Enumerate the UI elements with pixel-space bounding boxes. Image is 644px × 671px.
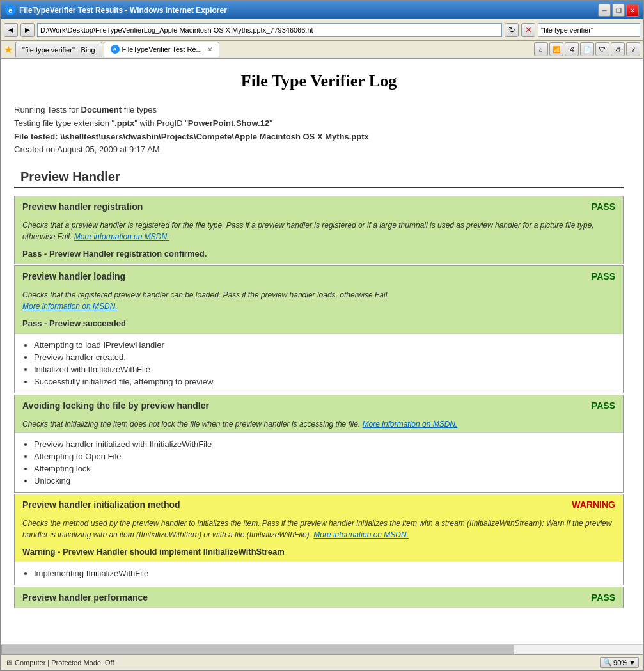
tab-bing[interactable]: "file type verifier" - Bing bbox=[15, 42, 102, 57]
feeds-button[interactable]: 📶 bbox=[549, 42, 563, 56]
content-inner: File Type Verifier Log Running Tests for… bbox=[1, 59, 643, 644]
toolbar-right: ⌂ 📶 🖨 📄 🛡 ⚙ ? bbox=[534, 42, 640, 56]
test2-msdn-link[interactable]: More information on MSDN. bbox=[22, 302, 118, 311]
test-card-2: Preview handler loading PASS Checks that… bbox=[14, 265, 624, 393]
refresh-button[interactable]: ↻ bbox=[505, 23, 519, 37]
ie-logo-icon: e bbox=[5, 5, 15, 15]
meta-line1-bold: Document bbox=[81, 105, 122, 114]
tab-ftv-icon: e bbox=[111, 45, 120, 54]
test1-result-text: Pass - Preview Handler registration conf… bbox=[22, 249, 207, 258]
test-card-3: Avoiding locking the file by preview han… bbox=[14, 395, 624, 493]
toolbar-group-left: "file type verifier" - Bing e FileTypeVe… bbox=[15, 42, 219, 57]
test4-desc: Checks the method used by the preview ha… bbox=[15, 515, 623, 543]
test4-desc-text: Checks the method used by the preview ha… bbox=[22, 519, 611, 539]
status-right: 🔍 90% ▼ bbox=[600, 657, 639, 668]
close-button[interactable]: ✕ bbox=[626, 4, 639, 17]
meta-line1-prefix: Running Tests for bbox=[14, 105, 81, 114]
status-bar: 🖥 Computer | Protected Mode: Off 🔍 90% ▼ bbox=[1, 654, 643, 670]
search-input[interactable] bbox=[541, 26, 637, 34]
window-frame: e FileTypeVerifier Test Results - Window… bbox=[0, 0, 644, 671]
back-button[interactable]: ◀ bbox=[4, 23, 18, 37]
test3-desc-text: Checks that initializing the item does n… bbox=[22, 420, 457, 429]
test4-status: WARNING bbox=[572, 500, 615, 510]
help-button[interactable]: ? bbox=[626, 42, 640, 56]
test2-result-text: Pass - Preview succeeded bbox=[22, 319, 126, 328]
home-button[interactable]: ⌂ bbox=[534, 42, 548, 56]
meta-ext: .pptx bbox=[114, 118, 134, 128]
meta-line3: File tested: \\shelltest\users\dwashin\P… bbox=[14, 130, 624, 144]
test1-result: Pass - Preview Handler registration conf… bbox=[15, 245, 623, 264]
restore-button[interactable]: ❐ bbox=[612, 4, 625, 17]
test2-detail-3: Initialized with IInitializeWithFile bbox=[34, 363, 615, 375]
test-card-4: Preview handler initialization method WA… bbox=[14, 494, 624, 585]
tools-button[interactable]: ⚙ bbox=[611, 42, 625, 56]
test5-title: Preview handler performance bbox=[22, 592, 148, 603]
test2-detail-4: Successfully initialized file, attemptin… bbox=[34, 375, 615, 388]
safety-button[interactable]: 🛡 bbox=[595, 42, 609, 56]
second-toolbar: ★ "file type verifier" - Bing e FileType… bbox=[1, 41, 643, 59]
meta-line2-prefix: Testing file type extension " bbox=[14, 118, 114, 128]
address-box[interactable]: D:\Work\Desktop\FileTypeVerifierLog_Appl… bbox=[37, 23, 502, 37]
test2-details: Attempting to load IPreviewHandler Previ… bbox=[15, 333, 623, 393]
test2-result: Pass - Preview succeeded bbox=[15, 315, 623, 333]
meta-line1: Running Tests for Document file types bbox=[14, 104, 624, 117]
zoom-button[interactable]: 🔍 90% ▼ bbox=[600, 657, 639, 668]
content-area[interactable]: File Type Verifier Log Running Tests for… bbox=[1, 59, 643, 644]
stop-button[interactable]: ✕ bbox=[521, 23, 535, 37]
zoom-icon: 🔍 bbox=[603, 658, 612, 667]
test3-msdn-link[interactable]: More information on MSDN. bbox=[363, 420, 458, 429]
meta-line2-mid: " with ProgID " bbox=[134, 118, 188, 128]
print-button[interactable]: 🖨 bbox=[565, 42, 579, 56]
h-scrollbar-thumb[interactable] bbox=[1, 645, 514, 654]
meta-progid: PowerPoint.Show.12 bbox=[188, 118, 269, 128]
zoom-chevron-icon: ▼ bbox=[629, 659, 636, 667]
tab-ftv-label: FileTypeVerifier Test Re... bbox=[122, 45, 202, 53]
test2-detail-1: Attempting to load IPreviewHandler bbox=[34, 339, 615, 351]
test2-header: Preview handler loading PASS bbox=[15, 266, 623, 287]
horizontal-scrollbar[interactable] bbox=[1, 644, 643, 654]
meta-file: File tested: \\shelltest\users\dwashin\P… bbox=[14, 132, 369, 141]
test3-detail-4: Unlocking bbox=[34, 475, 615, 487]
test2-title: Preview handler loading bbox=[22, 271, 125, 281]
page-title: File Type Verifier Log bbox=[14, 72, 624, 91]
zoom-level: 90% bbox=[613, 659, 627, 667]
test1-msdn-link[interactable]: More information on MSDN. bbox=[74, 232, 169, 241]
test-card-5: Preview handler performance PASS bbox=[14, 587, 624, 608]
window-title: FileTypeVerifier Test Results - Windows … bbox=[19, 6, 227, 15]
tab-ftv[interactable]: e FileTypeVerifier Test Re... ✕ bbox=[104, 42, 219, 57]
test3-detail-2: Attempting to Open File bbox=[34, 450, 615, 462]
test1-header: Preview handler registration PASS bbox=[15, 196, 623, 217]
window-controls: ─ ❐ ✕ bbox=[598, 4, 639, 17]
test3-desc: Checks that initializing the item does n… bbox=[15, 416, 623, 432]
section-header: Preview Handler bbox=[14, 170, 624, 188]
test2-desc-text: Checks that the registered preview handl… bbox=[22, 290, 389, 311]
meta-line4: Created on August 05, 2009 at 9:17 AM bbox=[14, 143, 624, 157]
test4-title: Preview handler initialization method bbox=[22, 500, 180, 510]
address-text: D:\Work\Desktop\FileTypeVerifierLog_Appl… bbox=[40, 26, 313, 34]
test3-title: Avoiding locking the file by preview han… bbox=[22, 400, 209, 411]
test3-details: Preview handler initialized with IInitia… bbox=[15, 432, 623, 492]
test4-detail-1: Implementing IInitializeWithFile bbox=[34, 567, 615, 580]
h-scrollbar-track[interactable] bbox=[1, 645, 643, 654]
page-button[interactable]: 📄 bbox=[580, 42, 594, 56]
tab-close-icon[interactable]: ✕ bbox=[207, 46, 212, 53]
test1-title: Preview handler registration bbox=[22, 201, 143, 212]
test4-result-text: Warning - Preview Handler should impleme… bbox=[22, 547, 285, 557]
minimize-button[interactable]: ─ bbox=[598, 4, 611, 17]
status-text-area: 🖥 Computer | Protected Mode: Off bbox=[5, 659, 595, 667]
test1-desc-text: Checks that a preview handler is registe… bbox=[22, 221, 594, 241]
test2-detail-2: Preview handler created. bbox=[34, 351, 615, 363]
test-card-1: Preview handler registration PASS Checks… bbox=[14, 196, 624, 264]
search-box[interactable] bbox=[538, 23, 640, 37]
test4-msdn-link[interactable]: More information on MSDN. bbox=[313, 530, 409, 539]
test3-detail-3: Attempting lock bbox=[34, 462, 615, 475]
test5-header: Preview handler performance PASS bbox=[15, 587, 623, 608]
test2-status: PASS bbox=[592, 271, 615, 281]
test5-status: PASS bbox=[592, 592, 615, 603]
test3-status: PASS bbox=[592, 400, 615, 411]
favorites-star-icon[interactable]: ★ bbox=[4, 43, 13, 56]
meta-info: Running Tests for Document file types Te… bbox=[14, 104, 624, 157]
title-bar: e FileTypeVerifier Test Results - Window… bbox=[1, 1, 643, 19]
forward-button[interactable]: ▶ bbox=[20, 23, 35, 37]
test1-status: PASS bbox=[592, 201, 615, 212]
